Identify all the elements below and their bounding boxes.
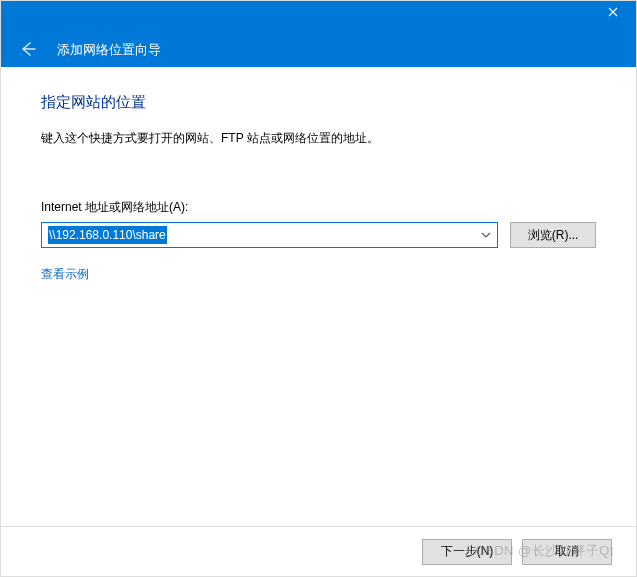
back-arrow-icon — [18, 40, 36, 61]
browse-button[interactable]: 浏览(R)... — [510, 222, 596, 248]
close-icon — [608, 6, 618, 20]
page-heading: 指定网站的位置 — [41, 93, 596, 112]
wizard-content: 指定网站的位置 键入这个快捷方式要打开的网站、FTP 站点或网络位置的地址。 I… — [1, 67, 636, 283]
next-button[interactable]: 下一步(N) — [422, 539, 512, 565]
back-button[interactable] — [15, 38, 39, 62]
wizard-footer: 下一步(N) 取消 — [1, 526, 636, 576]
view-examples-link[interactable]: 查看示例 — [41, 267, 89, 281]
address-input[interactable]: \\192.168.0.110\share — [41, 222, 498, 248]
address-value: \\192.168.0.110\share — [48, 226, 167, 244]
wizard-title: 添加网络位置向导 — [57, 41, 161, 59]
address-combobox[interactable]: \\192.168.0.110\share — [41, 222, 498, 248]
instruction-text: 键入这个快捷方式要打开的网站、FTP 站点或网络位置的地址。 — [41, 130, 596, 147]
address-row: \\192.168.0.110\share 浏览(R)... — [41, 222, 596, 248]
address-label: Internet 地址或网络地址(A): — [41, 199, 596, 216]
cancel-button[interactable]: 取消 — [522, 539, 612, 565]
titlebar: 添加网络位置向导 — [1, 1, 636, 67]
close-button[interactable] — [590, 1, 636, 25]
